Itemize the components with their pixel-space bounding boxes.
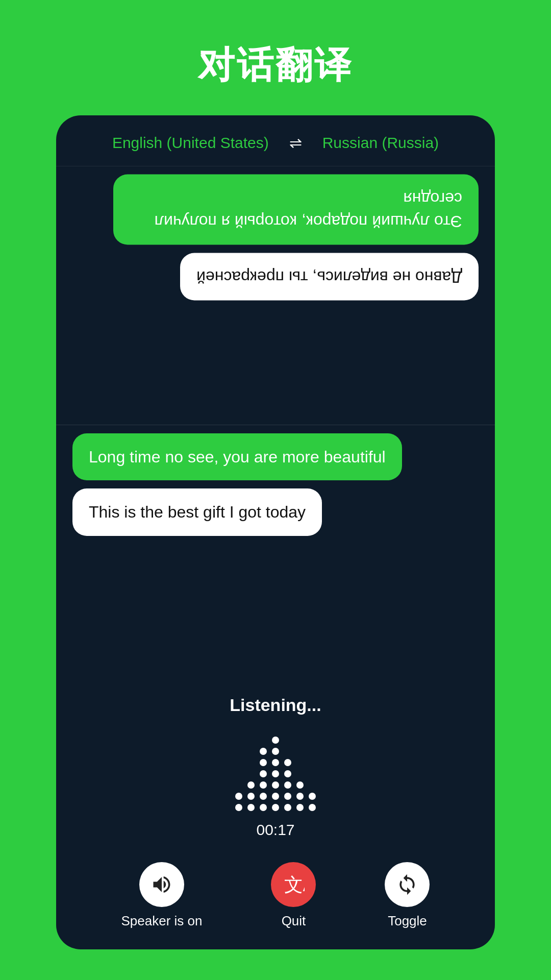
- wave-col-2: [247, 781, 255, 811]
- dot: [284, 804, 291, 811]
- dot: [272, 759, 279, 766]
- dot: [296, 781, 304, 789]
- toggle-control: Toggle: [385, 862, 430, 929]
- quit-control: 文A Quit: [271, 862, 316, 929]
- dot: [247, 793, 255, 800]
- wave-col-1: [235, 793, 242, 811]
- dot: [235, 804, 242, 811]
- dot: [260, 804, 267, 811]
- wave-col-7: [309, 793, 316, 811]
- dot: [284, 793, 291, 800]
- dot: [284, 770, 291, 777]
- wave-col-3: [260, 748, 267, 811]
- dot: [247, 804, 255, 811]
- dot: [235, 793, 242, 800]
- bottom-controls: Speaker is on 文A Quit Toggle: [56, 852, 495, 949]
- dot: [260, 770, 267, 777]
- speaker-control: Speaker is on: [121, 862, 203, 929]
- toggle-label: Toggle: [388, 913, 427, 929]
- language-bar: English (United States) ⇌ Russian (Russi…: [56, 115, 495, 166]
- listening-label: Listening...: [230, 695, 321, 715]
- speaker-button[interactable]: [139, 862, 184, 907]
- wave-col-4: [272, 737, 279, 811]
- dot: [309, 793, 316, 800]
- dot: [296, 793, 304, 800]
- toggle-icon: [396, 873, 418, 896]
- dot: [272, 737, 279, 744]
- dot: [260, 759, 267, 766]
- wave-col-6: [296, 781, 304, 811]
- dot: [260, 781, 267, 789]
- upper-bubble-green: Это лучший подарок, который я получил се…: [113, 175, 479, 245]
- dot: [272, 748, 279, 755]
- source-language[interactable]: English (United States): [112, 134, 269, 152]
- dot: [284, 759, 291, 766]
- dot: [272, 793, 279, 800]
- dot: [260, 793, 267, 800]
- dot: [272, 804, 279, 811]
- upper-chat-area: Давно не виделись, ты прекрасней Это луч…: [56, 166, 495, 425]
- listening-section: Listening...: [56, 683, 495, 852]
- quit-label: Quit: [282, 913, 306, 929]
- dot: [296, 804, 304, 811]
- waveform-visualizer: [235, 729, 316, 811]
- dot: [260, 748, 267, 755]
- dot: [272, 770, 279, 777]
- wave-col-5: [284, 759, 291, 811]
- dot: [272, 781, 279, 789]
- swap-languages-icon[interactable]: ⇌: [289, 134, 302, 152]
- lower-bubble-green: Long time no see, you are more beautiful: [72, 433, 402, 481]
- dot: [309, 804, 316, 811]
- dot: [247, 781, 255, 789]
- translate-icon: 文A: [282, 873, 305, 896]
- speaker-icon: [151, 873, 173, 896]
- dot: [284, 781, 291, 789]
- speaker-label: Speaker is on: [121, 913, 203, 929]
- upper-bubble-white: Давно не виделись, ты прекрасней: [180, 253, 479, 301]
- lower-chat-area: Long time no see, you are more beautiful…: [56, 425, 495, 683]
- target-language[interactable]: Russian (Russia): [322, 134, 439, 152]
- quit-button[interactable]: 文A: [271, 862, 316, 907]
- app-title: 对话翻译: [198, 41, 353, 90]
- timer-display: 00:17: [256, 821, 294, 839]
- lower-bubble-white: This is the best gift I got today: [72, 488, 322, 536]
- toggle-button[interactable]: [385, 862, 430, 907]
- svg-text:文A: 文A: [284, 874, 305, 895]
- main-card: English (United States) ⇌ Russian (Russi…: [56, 115, 495, 949]
